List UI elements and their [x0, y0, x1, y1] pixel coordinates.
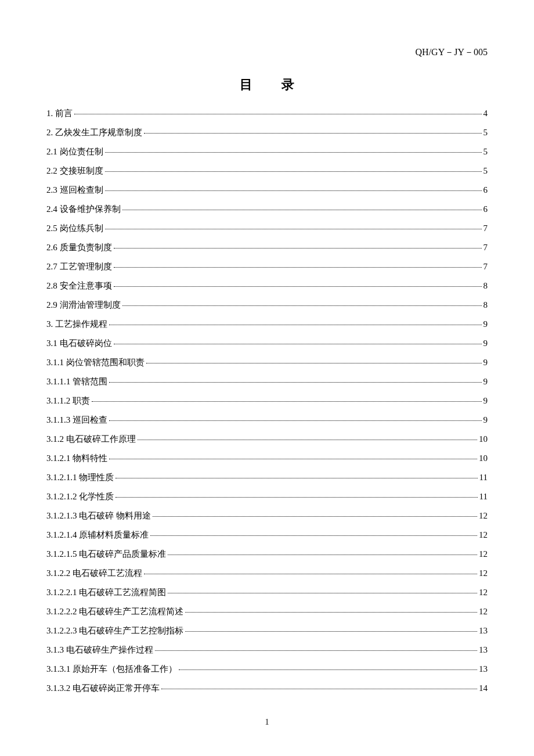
toc-entry-label: 3.1.2.1.5 电石破碎产品质量标准: [46, 549, 166, 559]
toc-entry: 3.1.2.1 物料特性10: [46, 453, 488, 463]
toc-entry-page: 9: [484, 338, 488, 348]
toc-entry: 3.1.2.1.3 电石破碎 物料用途12: [46, 510, 488, 521]
toc-entry-label: 2.8 安全注意事项: [46, 280, 112, 291]
toc-entry-label: 3.1.2.2.3 电石破碎生产工艺控制指标: [46, 625, 183, 636]
toc-leader-dots: [185, 631, 477, 632]
table-of-contents: 1. 前言42. 乙炔发生工序规章制度52.1 岗位责任制52.2 交接班制度5…: [46, 108, 488, 693]
toc-entry-page: 12: [479, 568, 488, 578]
toc-entry-label: 2.1 岗位责任制: [46, 146, 103, 157]
toc-entry-page: 13: [479, 645, 488, 655]
toc-entry-label: 3.1.1.2 职责: [46, 395, 90, 406]
toc-entry-label: 3.1.1 岗位管辖范围和职责: [46, 357, 145, 368]
toc-entry-page: 12: [479, 587, 488, 597]
page-title: 目录: [46, 76, 488, 93]
toc-entry-page: 9: [484, 376, 488, 387]
toc-entry-label: 2.6 质量负责制度: [46, 242, 112, 253]
toc-leader-dots: [116, 497, 477, 498]
toc-entry: 3.1.2.1.5 电石破碎产品质量标准12: [46, 549, 488, 559]
toc-entry-page: 6: [484, 204, 488, 214]
toc-entry-page: 13: [479, 625, 488, 636]
toc-entry: 2.6 质量负责制度7: [46, 242, 488, 253]
toc-entry: 2.4 设备维护保养制6: [46, 204, 488, 214]
toc-entry-page: 5: [484, 127, 488, 138]
toc-entry-page: 11: [479, 491, 488, 502]
toc-entry: 3.1.2.2.2 电石破碎生产工艺流程简述12: [46, 606, 488, 617]
toc-entry-page: 9: [484, 415, 488, 425]
page-number: 1: [0, 718, 534, 727]
toc-entry-label: 3.1.3.1 原始开车（包括准备工作）: [46, 664, 177, 674]
toc-leader-dots: [150, 535, 477, 536]
toc-leader-dots: [114, 267, 482, 268]
document-code: QH/GY－JY－005: [46, 46, 488, 59]
toc-leader-dots: [109, 459, 477, 459]
toc-leader-dots: [92, 401, 482, 402]
toc-entry-label: 2.3 巡回检查制: [46, 185, 103, 195]
toc-entry: 3.1 电石破碎岗位9: [46, 338, 488, 348]
toc-entry-page: 4: [484, 108, 488, 118]
toc-leader-dots: [161, 689, 477, 689]
toc-entry-page: 10: [479, 434, 488, 444]
toc-entry-page: 9: [484, 395, 488, 406]
toc-entry-page: 7: [484, 242, 488, 253]
toc-leader-dots: [122, 210, 482, 210]
toc-entry-label: 3.1.2.1 物料特性: [46, 453, 107, 463]
document-page: QH/GY－JY－005 目录 1. 前言42. 乙炔发生工序规章制度52.1 …: [0, 0, 534, 756]
toc-leader-dots: [168, 555, 477, 555]
toc-entry: 3. 工艺操作规程9: [46, 319, 488, 329]
toc-entry-page: 12: [479, 549, 488, 559]
toc-leader-dots: [114, 344, 482, 344]
toc-entry-page: 13: [479, 664, 488, 674]
toc-leader-dots: [105, 152, 482, 153]
toc-entry-page: 8: [484, 280, 488, 291]
toc-entry: 3.1.3.2 电石破碎岗正常开停车14: [46, 683, 488, 693]
toc-leader-dots: [153, 516, 477, 517]
toc-leader-dots: [105, 171, 482, 172]
toc-entry-label: 2.2 交接班制度: [46, 165, 103, 176]
toc-entry-page: 5: [484, 146, 488, 157]
toc-entry: 3.1.2.1.4 原辅材料质量标准12: [46, 530, 488, 540]
toc-leader-dots: [144, 133, 482, 134]
toc-leader-dots: [179, 669, 477, 670]
toc-entry-page: 12: [479, 530, 488, 540]
toc-leader-dots: [138, 440, 477, 440]
toc-entry: 2.5 岗位练兵制7: [46, 223, 488, 233]
toc-entry-page: 14: [479, 683, 488, 693]
toc-entry-page: 9: [484, 357, 488, 368]
toc-leader-dots: [74, 114, 482, 114]
toc-entry: 3.1.3 电石破碎生产操作过程13: [46, 645, 488, 655]
toc-entry: 3.1.2.1.2 化学性质11: [46, 491, 488, 502]
toc-leader-dots: [105, 229, 482, 229]
toc-entry-label: 3.1.2 电石破碎工作原理: [46, 434, 136, 444]
toc-entry-label: 3.1.3.2 电石破碎岗正常开停车: [46, 683, 160, 693]
toc-entry-label: 2.7 工艺管理制度: [46, 261, 112, 272]
toc-entry-label: 2.5 岗位练兵制: [46, 223, 103, 233]
toc-entry-label: 3.1.1.3 巡回检查: [46, 415, 107, 425]
toc-entry-label: 3.1.2.1.1 物理性质: [46, 472, 114, 483]
toc-entry-page: 10: [479, 453, 488, 463]
toc-entry: 3.1.2 电石破碎工作原理10: [46, 434, 488, 444]
toc-entry-label: 3. 工艺操作规程: [46, 319, 107, 329]
toc-entry-label: 3.1.2.2 电石破碎工艺流程: [46, 568, 142, 578]
toc-entry: 2.3 巡回检查制6: [46, 185, 488, 195]
toc-entry: 2. 乙炔发生工序规章制度5: [46, 127, 488, 138]
toc-leader-dots: [109, 382, 482, 383]
toc-entry: 3.1.2.2.3 电石破碎生产工艺控制指标13: [46, 625, 488, 636]
toc-entry: 3.1.2.1.1 物理性质11: [46, 472, 488, 483]
toc-entry: 3.1.1.3 巡回检查9: [46, 415, 488, 425]
toc-entry-page: 7: [484, 261, 488, 272]
toc-entry-page: 11: [479, 472, 488, 483]
toc-leader-dots: [168, 593, 477, 593]
toc-entry-label: 1. 前言: [46, 108, 73, 118]
toc-entry-label: 2.4 设备维护保养制: [46, 204, 121, 214]
toc-leader-dots: [114, 286, 482, 287]
toc-entry-label: 3.1.2.1.4 原辅材料质量标准: [46, 530, 149, 540]
toc-entry-label: 3.1.2.1.3 电石破碎 物料用途: [46, 510, 151, 521]
toc-entry: 2.9 润滑油管理制度8: [46, 300, 488, 310]
toc-leader-dots: [185, 612, 477, 613]
toc-entry-label: 2. 乙炔发生工序规章制度: [46, 127, 142, 138]
toc-leader-dots: [114, 248, 482, 249]
toc-entry-label: 3.1 电石破碎岗位: [46, 338, 112, 348]
toc-entry-label: 3.1.2.2.1 电石破碎工艺流程简图: [46, 587, 166, 597]
toc-entry-label: 3.1.1.1 管辖范围: [46, 376, 107, 387]
toc-entry: 3.1.1 岗位管辖范围和职责9: [46, 357, 488, 368]
